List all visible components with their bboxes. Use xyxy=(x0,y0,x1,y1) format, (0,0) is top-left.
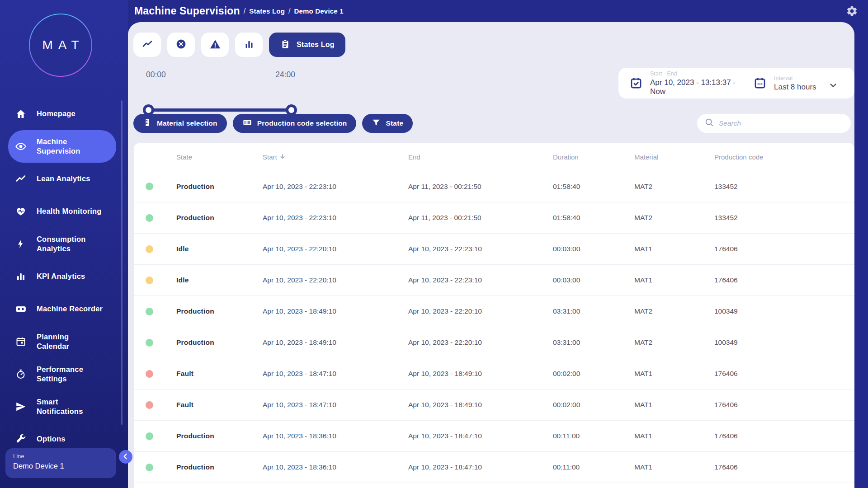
sidebar-item-planning-calendar[interactable]: Planning Calendar xyxy=(8,325,116,358)
state-cell: Fault xyxy=(176,370,263,378)
brand-logo-text: MAT xyxy=(42,38,84,52)
production-code-cell: 176406 xyxy=(714,401,854,409)
sidebar-nav: Homepage Machine Supervision Lean Analyt… xyxy=(0,98,128,455)
end-cell: Apr 10, 2023 - 22:20:10 xyxy=(408,307,553,315)
bar-chart-icon xyxy=(15,271,27,282)
state-cell: Idle xyxy=(176,245,263,253)
end-cell: Apr 11, 2023 - 00:21:50 xyxy=(408,183,553,191)
error-circle-icon xyxy=(175,38,187,51)
tab-errors[interactable] xyxy=(167,33,195,57)
calendar-icon xyxy=(15,336,27,347)
table-header: State Start End Duration Material Produc… xyxy=(134,143,854,171)
time-range-slider[interactable] xyxy=(148,108,292,112)
state-dot xyxy=(146,464,153,471)
material-cell: MAT1 xyxy=(634,463,714,471)
search-icon xyxy=(704,117,714,129)
search-box xyxy=(697,114,851,133)
start-end-value: Apr 10, 2023 - 13:13:37 - Now xyxy=(650,78,743,96)
search-input[interactable] xyxy=(719,119,844,127)
breadcrumb-separator: / xyxy=(288,7,290,15)
state-cell: Fault xyxy=(176,401,263,409)
state-dot xyxy=(146,401,153,409)
state-dot xyxy=(146,214,153,222)
start-end-label: Start - End xyxy=(650,70,743,77)
tab-warnings[interactable] xyxy=(201,33,229,57)
end-cell: Apr 10, 2023 - 22:23:10 xyxy=(408,276,553,284)
table-row: Production Apr 10, 2023 - 18:49:10 Apr 1… xyxy=(134,296,854,327)
clipboard-icon xyxy=(280,39,291,51)
duration-cell: 00:02:00 xyxy=(553,370,634,378)
breadcrumb-demo-device[interactable]: Demo Device 1 xyxy=(294,7,343,15)
sidebar-item-health-monitoring[interactable]: Health Monitoring xyxy=(8,195,116,228)
start-end-picker[interactable]: Start - End Apr 10, 2023 - 13:13:37 - No… xyxy=(618,68,743,99)
start-cell: Apr 10, 2023 - 22:23:10 xyxy=(263,183,408,191)
breadcrumb-states-log[interactable]: States Log xyxy=(249,7,285,15)
production-code-cell: 176406 xyxy=(714,245,854,253)
end-cell: Apr 10, 2023 - 18:49:10 xyxy=(408,370,553,378)
material-cell: MAT2 xyxy=(634,338,714,347)
material-cell: MAT2 xyxy=(634,214,714,222)
material-selection-button[interactable]: Material selection xyxy=(133,114,227,133)
tab-bar-analytics[interactable] xyxy=(235,33,263,57)
sidebar-item-performance-settings[interactable]: Performance Settings xyxy=(8,358,116,390)
sidebar: MAT Homepage Machine Supervision Lean An… xyxy=(0,0,128,488)
end-cell: Apr 10, 2023 - 18:47:10 xyxy=(408,432,553,440)
sidebar-item-homepage[interactable]: Homepage xyxy=(8,98,116,130)
view-tabs: States Log xyxy=(133,33,345,57)
heart-pulse-icon xyxy=(15,206,27,217)
start-cell: Apr 10, 2023 - 22:20:10 xyxy=(263,245,408,253)
state-dot xyxy=(146,245,153,253)
production-code-cell: 100349 xyxy=(714,338,854,347)
duration-cell: 00:03:00 xyxy=(553,245,634,253)
sidebar-scrollbar[interactable] xyxy=(121,100,123,425)
column-header-duration[interactable]: Duration xyxy=(553,153,634,161)
slider-start-label: 00:00 xyxy=(146,70,166,80)
state-dot xyxy=(146,432,153,440)
production-code-cell: 176406 xyxy=(714,370,854,378)
tab-trend-chart[interactable] xyxy=(133,33,161,57)
tab-states-log[interactable]: States Log xyxy=(269,33,345,57)
state-dot xyxy=(146,277,153,284)
sidebar-item-smart-notifications[interactable]: Smart Notifications xyxy=(8,390,116,423)
production-code-cell: 133452 xyxy=(714,183,854,191)
state-cell: Idle xyxy=(176,276,263,284)
sidebar-item-lean-analytics[interactable]: Lean Analytics xyxy=(8,163,116,195)
start-cell: Apr 10, 2023 - 18:36:10 xyxy=(263,432,408,440)
calendar-check-icon xyxy=(629,76,643,90)
trend-icon xyxy=(15,173,27,185)
start-cell: Apr 10, 2023 - 22:20:10 xyxy=(263,276,408,284)
table-row: Production Apr 10, 2023 - 18:36:10 Apr 1… xyxy=(134,420,854,451)
end-cell: Apr 10, 2023 - 18:47:10 xyxy=(408,463,553,471)
time-slider-labels: 00:00 24:00 xyxy=(146,70,295,80)
device-line-label: Line xyxy=(13,453,108,460)
production-code-cell: 100349 xyxy=(714,307,854,315)
calendar-interval-icon xyxy=(753,76,767,90)
column-header-start[interactable]: Start xyxy=(263,153,408,161)
material-cell: MAT1 xyxy=(634,370,714,378)
start-cell: Apr 10, 2023 - 18:49:10 xyxy=(263,307,408,315)
interval-picker[interactable]: Interval Last 8 hours xyxy=(743,68,854,99)
sidebar-item-machine-supervision[interactable]: Machine Supervision xyxy=(8,130,116,163)
state-cell: Production xyxy=(176,463,263,471)
sidebar-collapse-button[interactable] xyxy=(119,450,132,464)
breadcrumb-separator: / xyxy=(244,7,245,15)
sidebar-item-consumption-analytics[interactable]: Consumption Analytics xyxy=(8,228,116,260)
column-header-state[interactable]: State xyxy=(176,153,263,161)
column-header-production-code[interactable]: Production code xyxy=(714,153,854,161)
interval-label: Interval xyxy=(774,75,816,81)
sidebar-item-machine-recorder[interactable]: Machine Recorder xyxy=(8,293,116,325)
column-header-material[interactable]: Material xyxy=(634,153,714,161)
state-cell: Production xyxy=(176,307,263,315)
start-cell: Apr 10, 2023 - 18:36:10 xyxy=(263,463,408,471)
device-selector-card[interactable]: Line Demo Device 1 xyxy=(5,448,116,478)
column-header-end[interactable]: End xyxy=(408,153,553,161)
material-cell: MAT2 xyxy=(634,307,714,315)
sidebar-item-kpi-analytics[interactable]: KPI Analytics xyxy=(8,260,116,293)
recorder-icon xyxy=(15,303,27,315)
states-log-table: State Start End Duration Material Produc… xyxy=(134,143,854,488)
production-code-cell: 176406 xyxy=(714,463,854,471)
settings-gear-button[interactable] xyxy=(845,5,858,18)
duration-cell: 03:31:00 xyxy=(553,338,634,347)
state-filter-button[interactable]: State xyxy=(362,114,413,133)
production-code-selection-button[interactable]: Production code selection xyxy=(233,114,357,133)
